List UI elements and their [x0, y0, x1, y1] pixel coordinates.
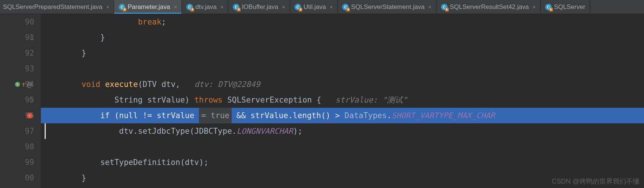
- class-locked-icon: C: [545, 4, 552, 10]
- gutter-row[interactable]: 94o↑@: [0, 77, 34, 92]
- tab-7[interactable]: C SQLServer: [541, 0, 590, 14]
- token-op: }: [81, 49, 86, 58]
- token-op: );: [293, 127, 302, 136]
- line-number: 93: [21, 61, 34, 77]
- tab-5[interactable]: C SQLServerStatement.java ×: [338, 0, 436, 14]
- token-hintbox: = true: [199, 108, 232, 123]
- close-icon[interactable]: ×: [428, 4, 432, 10]
- token-op: (: [115, 111, 119, 120]
- gutter-row[interactable]: 91−: [0, 30, 34, 45]
- token-kw: break: [138, 17, 161, 26]
- token-op: }: [100, 33, 105, 42]
- token-op: ): [185, 95, 194, 104]
- token-id: dtv: [185, 158, 199, 167]
- code-line[interactable]: [41, 139, 644, 155]
- gutter: 9091−929394o↑@95−9697989900: [0, 14, 41, 188]
- caret: [45, 123, 46, 139]
- close-icon[interactable]: ×: [330, 4, 333, 10]
- gutter-row[interactable]: 96: [0, 108, 34, 123]
- tab-0[interactable]: SQLServerPreparedStatement.java ×: [0, 0, 114, 14]
- token-op: ;: [161, 17, 166, 26]
- class-locked-icon: C: [441, 4, 448, 10]
- close-icon[interactable]: ×: [106, 4, 109, 10]
- tab-6[interactable]: C SQLServerResultSet42.java ×: [437, 0, 541, 14]
- fold-icon[interactable]: −: [30, 36, 33, 39]
- close-icon[interactable]: ×: [220, 4, 224, 10]
- gutter-row[interactable]: 99: [0, 155, 34, 170]
- gutter-row[interactable]: 95−: [0, 92, 34, 108]
- line-number: 99: [21, 155, 34, 170]
- code-line[interactable]: dtv.setJdbcType(JDBCType.LONGNVARCHAR);: [41, 123, 644, 139]
- close-icon[interactable]: ×: [174, 4, 177, 10]
- token-id: setTypeDefinition: [100, 158, 180, 167]
- code-line[interactable]: if (null != strValue = true && strValue.…: [41, 108, 644, 123]
- gutter-row[interactable]: 00: [0, 170, 34, 186]
- token-ty: DTV: [143, 80, 162, 89]
- token-hint: strValue: "测试": [335, 95, 408, 104]
- tab-label: IOBuffer.java: [242, 3, 278, 11]
- token-const: LONGNVARCHAR: [236, 127, 293, 136]
- code-line[interactable]: void execute(DTV dtv, dtv: DTV@22849: [41, 77, 644, 92]
- gutter-row[interactable]: 90: [0, 14, 34, 30]
- token-op: (: [138, 80, 143, 89]
- tab-3[interactable]: C IOBuffer.java ×: [228, 0, 290, 14]
- tab-4[interactable]: C Util.java ×: [290, 0, 338, 14]
- token-id: length: [293, 111, 321, 120]
- code-line[interactable]: [41, 61, 644, 77]
- class-locked-icon: C: [233, 4, 239, 10]
- line-number: 92: [21, 45, 34, 61]
- close-icon[interactable]: ×: [282, 4, 285, 10]
- tab-label: dtv.java: [195, 3, 216, 11]
- code-line[interactable]: String strValue) throws SQLServerExcepti…: [41, 92, 644, 108]
- tab-1[interactable]: C Parameter.java ×: [114, 0, 182, 14]
- breakpoint-icon[interactable]: [27, 113, 33, 119]
- tab-label: Util.java: [303, 3, 326, 11]
- code-line[interactable]: }: [41, 45, 644, 61]
- token-op: () >: [321, 111, 344, 120]
- token-op: (: [180, 158, 185, 167]
- close-icon[interactable]: ×: [532, 4, 536, 10]
- class-locked-icon: C: [342, 4, 349, 10]
- line-number: 98: [21, 139, 34, 155]
- code-line[interactable]: }: [41, 30, 644, 45]
- class-locked-icon: C: [294, 4, 301, 10]
- tab-label: SQLServerResultSet42.java: [450, 3, 529, 11]
- token-op: (: [190, 127, 194, 136]
- token-const: SHORT_VARTYPE_MAX_CHAR: [392, 111, 495, 120]
- token-id: strValue: [147, 95, 185, 104]
- line-number: 00: [21, 170, 34, 186]
- gutter-row[interactable]: 97: [0, 123, 34, 139]
- token-kw: null: [119, 111, 142, 120]
- tab-2[interactable]: C dtv.java ×: [182, 0, 228, 14]
- fold-icon[interactable]: −: [30, 98, 33, 102]
- tab-bar: SQLServerPreparedStatement.java × C Para…: [0, 0, 644, 14]
- token-id: strValue: [157, 111, 199, 120]
- line-number: 97: [21, 123, 34, 139]
- token-ty: DataTypes: [345, 111, 387, 120]
- code-line[interactable]: setTypeDefinition(dtv);: [41, 155, 644, 170]
- token-op: );: [199, 158, 208, 167]
- token-hint: dtv: DTV@22849: [194, 80, 260, 89]
- annotation-icon: @: [27, 77, 32, 92]
- override-icon[interactable]: o: [15, 82, 20, 87]
- up-arrow-icon: ↑: [22, 77, 26, 92]
- editor: 9091−929394o↑@95−9697989900 break; } } v…: [0, 14, 644, 188]
- token-op: .: [387, 111, 392, 120]
- gutter-row[interactable]: 93: [0, 61, 34, 77]
- gutter-row[interactable]: 92: [0, 45, 34, 61]
- gutter-row[interactable]: 98: [0, 139, 34, 155]
- code-area[interactable]: break; } } void execute(DTV dtv, dtv: DT…: [41, 14, 644, 188]
- token-fn: execute: [105, 80, 138, 89]
- code-line[interactable]: break;: [41, 14, 644, 30]
- tab-label: SQLServerPreparedStatement.java: [3, 3, 102, 11]
- token-op: .: [133, 127, 138, 136]
- token-kw: void: [81, 80, 105, 89]
- token-op: .: [288, 111, 293, 120]
- token-op: {: [316, 95, 335, 104]
- token-ty: SQLServerException: [227, 95, 316, 104]
- class-locked-icon: C: [119, 4, 125, 10]
- token-op: }: [81, 174, 86, 182]
- token-id: dtv: [161, 80, 176, 89]
- code-line[interactable]: }: [41, 170, 644, 186]
- line-number: 90: [21, 14, 34, 30]
